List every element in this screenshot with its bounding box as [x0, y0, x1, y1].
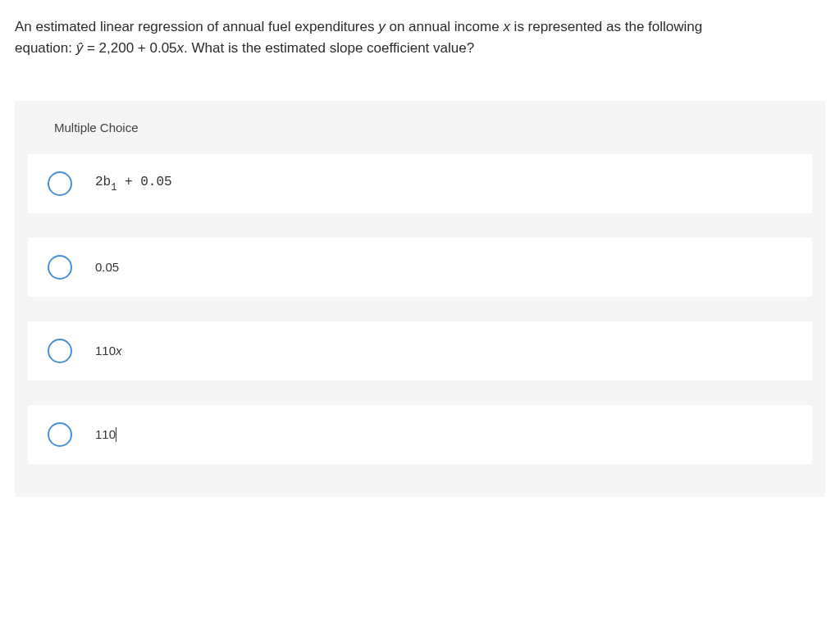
var-y: y — [378, 19, 386, 34]
radio-icon[interactable] — [48, 339, 72, 363]
option-d[interactable]: 110 — [28, 405, 812, 464]
question-text: An estimated linear regression of annual… — [15, 16, 825, 60]
var-x: x — [503, 19, 510, 34]
multiple-choice-header: Multiple Choice — [15, 101, 825, 154]
option-b[interactable]: 0.05 — [28, 238, 812, 297]
y-hat: ŷ — [76, 40, 84, 56]
question-part: on annual income — [386, 19, 504, 34]
answer-block: Multiple Choice 2b1 + 0.05 0.05 110x 110 — [15, 101, 825, 497]
question-part: is represented as the following — [510, 19, 702, 34]
option-c-var: x — [116, 344, 122, 358]
question-part: . What is the estimated slope coefficien… — [184, 40, 474, 56]
radio-icon[interactable] — [48, 255, 72, 280]
option-a-prefix: 2 — [95, 175, 103, 189]
option-d-num: 110 — [95, 427, 116, 441]
options-wrapper: 2b1 + 0.05 0.05 110x 110 — [15, 154, 825, 464]
option-d-text: 110 — [95, 427, 116, 442]
question-part: equation: — [15, 40, 76, 56]
option-a-var: b — [103, 175, 112, 189]
text-cursor-icon — [116, 427, 116, 442]
question-part: = 2,200 + 0.05 — [83, 40, 176, 56]
option-a-suffix: + 0.05 — [116, 175, 171, 189]
option-c-num: 110 — [95, 344, 116, 358]
option-c[interactable]: 110x — [28, 321, 812, 380]
question-part: An estimated linear regression of annual… — [15, 19, 378, 34]
option-a[interactable]: 2b1 + 0.05 — [28, 154, 812, 213]
option-c-text: 110x — [95, 344, 122, 358]
option-a-sub: 1 — [111, 182, 116, 194]
radio-icon[interactable] — [48, 422, 72, 447]
var-x: x — [177, 40, 185, 56]
option-a-text: 2b1 + 0.05 — [95, 175, 172, 192]
option-b-text: 0.05 — [95, 260, 119, 274]
radio-icon[interactable] — [48, 171, 72, 196]
